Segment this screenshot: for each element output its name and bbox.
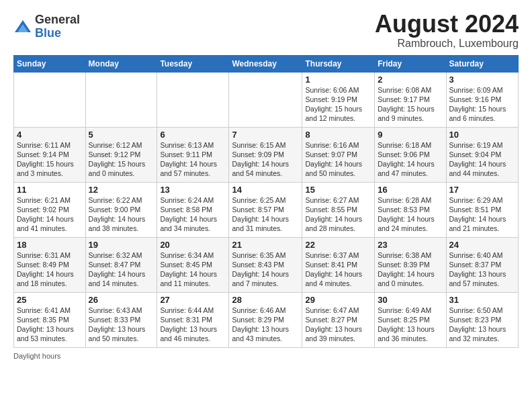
day-number: 14 <box>232 185 299 195</box>
title-block: August 2024 Rambrouch, Luxembourg <box>375 11 519 50</box>
day-info: Sunrise: 6:47 AMSunset: 8:27 PMDaylight:… <box>305 306 371 344</box>
day-info: Sunrise: 6:06 AMSunset: 9:19 PMDaylight:… <box>305 85 371 124</box>
daylight-text: Daylight: 14 hours and 44 minutes. <box>449 159 515 178</box>
daylight-text: Daylight: 14 hours and 24 minutes. <box>378 214 443 233</box>
day-number: 16 <box>378 185 443 195</box>
daylight-text: Daylight: 14 hours and 38 minutes. <box>89 214 154 233</box>
day-info: Sunrise: 6:11 AMSunset: 9:14 PMDaylight:… <box>17 140 83 179</box>
day-info: Sunrise: 6:32 AMSunset: 8:47 PMDaylight:… <box>89 250 154 289</box>
day-info: Sunrise: 6:43 AMSunset: 8:33 PMDaylight:… <box>89 306 154 344</box>
day-number: 25 <box>17 295 83 305</box>
sunset-text: Sunset: 9:09 PM <box>232 150 299 159</box>
sunrise-text: Sunrise: 6:34 AM <box>160 250 226 260</box>
sunrise-text: Sunrise: 6:41 AM <box>17 306 83 315</box>
sunset-text: Sunset: 9:17 PM <box>378 95 443 104</box>
day-info: Sunrise: 6:24 AMSunset: 8:58 PMDaylight:… <box>160 195 226 234</box>
daylight-text: Daylight: 15 hours and 3 minutes. <box>17 159 83 178</box>
sunset-text: Sunset: 8:43 PM <box>232 260 299 269</box>
calendar-cell: 30Sunrise: 6:49 AMSunset: 8:25 PMDayligh… <box>375 292 446 347</box>
day-number: 3 <box>449 75 515 85</box>
daylight-text: Daylight: 14 hours and 54 minutes. <box>232 159 299 178</box>
day-info: Sunrise: 6:49 AMSunset: 8:25 PMDaylight:… <box>378 306 443 344</box>
calendar-week-row: 18Sunrise: 6:31 AMSunset: 8:49 PMDayligh… <box>14 237 519 292</box>
sunset-text: Sunset: 9:19 PM <box>305 95 371 104</box>
weekday-header-saturday: Saturday <box>446 55 518 72</box>
sunrise-text: Sunrise: 6:12 AM <box>89 140 154 150</box>
day-info: Sunrise: 6:35 AMSunset: 8:43 PMDaylight:… <box>232 250 299 289</box>
calendar-cell: 31Sunrise: 6:50 AMSunset: 8:23 PMDayligh… <box>446 292 518 347</box>
calendar-cell: 22Sunrise: 6:37 AMSunset: 8:41 PMDayligh… <box>302 237 375 292</box>
day-info: Sunrise: 6:38 AMSunset: 8:39 PMDaylight:… <box>378 250 443 289</box>
daylight-text: Daylight: 14 hours and 4 minutes. <box>305 269 371 288</box>
sunrise-text: Sunrise: 6:25 AM <box>232 195 299 205</box>
calendar-cell <box>14 72 86 127</box>
sunset-text: Sunset: 8:37 PM <box>449 260 515 269</box>
daylight-text: Daylight: 14 hours and 57 minutes. <box>160 159 226 178</box>
sunset-text: Sunset: 8:47 PM <box>89 260 154 269</box>
day-number: 1 <box>305 75 371 85</box>
sunset-text: Sunset: 8:31 PM <box>160 315 226 324</box>
daylight-text: Daylight: 13 hours and 50 minutes. <box>89 324 154 343</box>
weekday-header-monday: Monday <box>85 55 157 72</box>
calendar-cell: 13Sunrise: 6:24 AMSunset: 8:58 PMDayligh… <box>157 182 229 237</box>
day-number: 18 <box>17 240 83 250</box>
calendar-cell: 21Sunrise: 6:35 AMSunset: 8:43 PMDayligh… <box>229 237 302 292</box>
sunrise-text: Sunrise: 6:16 AM <box>305 140 371 150</box>
day-number: 2 <box>378 75 443 85</box>
calendar-cell: 23Sunrise: 6:38 AMSunset: 8:39 PMDayligh… <box>375 237 446 292</box>
calendar-cell: 14Sunrise: 6:25 AMSunset: 8:57 PMDayligh… <box>229 182 302 237</box>
day-info: Sunrise: 6:21 AMSunset: 9:02 PMDaylight:… <box>17 195 83 234</box>
calendar-cell: 5Sunrise: 6:12 AMSunset: 9:12 PMDaylight… <box>85 127 157 182</box>
sunset-text: Sunset: 9:14 PM <box>17 150 83 159</box>
sunset-text: Sunset: 9:11 PM <box>160 150 226 159</box>
daylight-text: Daylight: 14 hours and 41 minutes. <box>17 214 83 233</box>
sunrise-text: Sunrise: 6:49 AM <box>378 306 443 315</box>
calendar-header: SundayMondayTuesdayWednesdayThursdayFrid… <box>14 55 519 72</box>
logo-general: General <box>35 13 80 27</box>
day-number: 15 <box>305 185 371 195</box>
day-number: 31 <box>449 295 515 305</box>
month-year-title: August 2024 <box>375 11 519 38</box>
calendar-week-row: 25Sunrise: 6:41 AMSunset: 8:35 PMDayligh… <box>14 292 519 347</box>
sunrise-text: Sunrise: 6:35 AM <box>232 250 299 260</box>
sunrise-text: Sunrise: 6:29 AM <box>449 195 515 205</box>
sunset-text: Sunset: 8:55 PM <box>305 205 371 214</box>
sunset-text: Sunset: 8:25 PM <box>378 315 443 324</box>
daylight-text: Daylight: 14 hours and 0 minutes. <box>378 269 443 288</box>
sunset-text: Sunset: 9:06 PM <box>378 150 443 159</box>
sunrise-text: Sunrise: 6:38 AM <box>378 250 443 260</box>
day-info: Sunrise: 6:13 AMSunset: 9:11 PMDaylight:… <box>160 140 226 179</box>
calendar-cell: 26Sunrise: 6:43 AMSunset: 8:33 PMDayligh… <box>85 292 157 347</box>
daylight-text: Daylight: 14 hours and 28 minutes. <box>305 214 371 233</box>
calendar-cell <box>157 72 229 127</box>
sunset-text: Sunset: 8:39 PM <box>378 260 443 269</box>
day-info: Sunrise: 6:18 AMSunset: 9:06 PMDaylight:… <box>378 140 443 179</box>
day-number: 17 <box>449 185 515 195</box>
calendar-cell: 20Sunrise: 6:34 AMSunset: 8:45 PMDayligh… <box>157 237 229 292</box>
day-number: 6 <box>160 130 226 140</box>
day-info: Sunrise: 6:15 AMSunset: 9:09 PMDaylight:… <box>232 140 299 179</box>
day-info: Sunrise: 6:41 AMSunset: 8:35 PMDaylight:… <box>17 306 83 344</box>
weekday-header-friday: Friday <box>375 55 446 72</box>
sunrise-text: Sunrise: 6:19 AM <box>449 140 515 150</box>
day-number: 11 <box>17 185 83 195</box>
daylight-text: Daylight: 13 hours and 36 minutes. <box>378 324 443 343</box>
calendar-cell <box>85 72 157 127</box>
day-number: 8 <box>305 130 371 140</box>
calendar-cell: 2Sunrise: 6:08 AMSunset: 9:17 PMDaylight… <box>375 72 446 127</box>
calendar-cell: 1Sunrise: 6:06 AMSunset: 9:19 PMDaylight… <box>302 72 375 127</box>
sunrise-text: Sunrise: 6:46 AM <box>232 306 299 315</box>
footer-note: Daylight hours <box>13 352 519 360</box>
weekday-header-sunday: Sunday <box>14 55 86 72</box>
day-number: 12 <box>89 185 154 195</box>
calendar-cell: 16Sunrise: 6:28 AMSunset: 8:53 PMDayligh… <box>375 182 446 237</box>
day-number: 21 <box>232 240 299 250</box>
sunrise-text: Sunrise: 6:18 AM <box>378 140 443 150</box>
calendar-cell: 4Sunrise: 6:11 AMSunset: 9:14 PMDaylight… <box>14 127 86 182</box>
daylight-text: Daylight: 15 hours and 12 minutes. <box>305 104 371 123</box>
calendar-cell: 18Sunrise: 6:31 AMSunset: 8:49 PMDayligh… <box>14 237 86 292</box>
sunset-text: Sunset: 8:35 PM <box>17 315 83 324</box>
sunset-text: Sunset: 8:27 PM <box>305 315 371 324</box>
day-number: 7 <box>232 130 299 140</box>
weekday-header-row: SundayMondayTuesdayWednesdayThursdayFrid… <box>14 55 519 72</box>
